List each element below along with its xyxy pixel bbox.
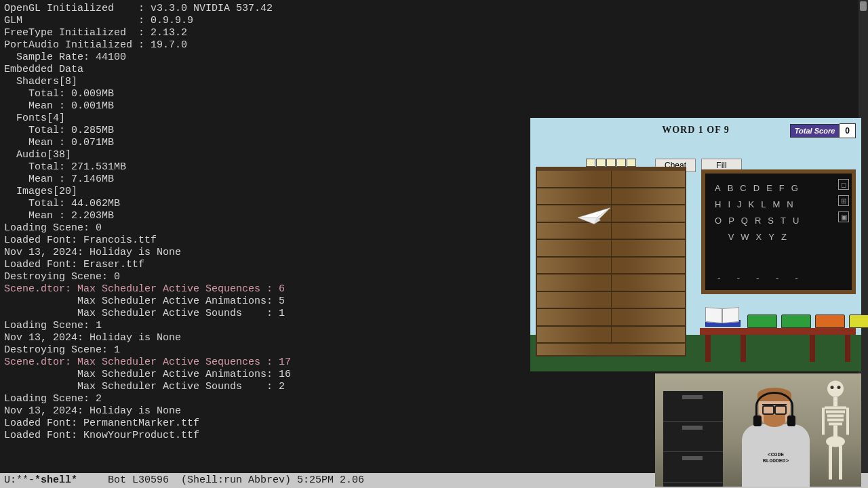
letter-n[interactable]: N — [787, 199, 800, 209]
terminal-line: OpenGL Initialized : v3.3.0 NVIDIA 537.4… — [4, 3, 864, 15]
chalkboard: ABCDEFGHIJKLMNOPQRSTU VWXYZ - - - - - ◻ … — [701, 169, 856, 294]
streamer-person: <CODE BLOODED> — [735, 385, 816, 487]
svg-rect-8 — [826, 411, 845, 413]
cabinet-shelf — [537, 274, 685, 292]
scrollbar-thumb[interactable] — [860, 1, 867, 11]
cabinet-shelf — [537, 240, 685, 258]
letter-t[interactable]: T — [781, 216, 793, 226]
svg-rect-7 — [825, 407, 846, 409]
chalkboard-tool-1-icon[interactable]: ◻ — [838, 179, 849, 190]
cabinet-shelf — [537, 205, 685, 223]
letter-c[interactable]: C — [740, 183, 753, 193]
filing-cabinet — [663, 391, 723, 487]
cabinet-shelf — [537, 258, 685, 275]
letter-k[interactable]: K — [749, 199, 762, 209]
letter-b[interactable]: B — [728, 183, 741, 193]
svg-point-4 — [831, 386, 834, 389]
skeleton-prop — [815, 378, 856, 487]
letter-boxes — [586, 159, 636, 167]
terminal-line: GLM : 0.9.9.9 — [4, 15, 864, 27]
cabinet-shelf — [537, 171, 685, 188]
desk — [700, 308, 856, 362]
letter-box — [616, 159, 626, 167]
letter-i[interactable]: I — [728, 199, 737, 209]
svg-rect-10 — [827, 419, 844, 422]
letter-e[interactable]: E — [766, 183, 779, 193]
mailbox-cabinet — [536, 167, 686, 357]
book-4[interactable] — [849, 314, 868, 328]
cabinet-shelf — [537, 327, 685, 344]
terminal-line: Shaders[8] — [4, 76, 864, 88]
total-score: Total Score 0 — [790, 124, 856, 138]
letter-j[interactable]: J — [737, 199, 749, 209]
cabinet-shelf — [537, 309, 685, 327]
terminal-line: FreeType Initialized : 2.13.2 — [4, 27, 864, 39]
terminal-line: Embedded Data — [4, 64, 864, 76]
letter-z[interactable]: Z — [781, 232, 793, 242]
word-blanks: - - - - - — [717, 272, 805, 283]
letter-o[interactable]: O — [715, 216, 728, 226]
letter-box — [627, 159, 636, 167]
letter-x[interactable]: X — [756, 232, 769, 242]
chalkboard-tool-3-icon[interactable]: ▣ — [838, 211, 849, 222]
svg-rect-11 — [829, 423, 842, 426]
alphabet-grid: ABCDEFGHIJKLMNOPQRSTU VWXYZ — [705, 174, 852, 252]
terminal-line: Sample Rate: 44100 — [4, 52, 864, 64]
webcam-feed: <CODE BLOODED> — [655, 373, 861, 487]
book-3[interactable] — [815, 314, 845, 328]
letter-h[interactable]: H — [715, 199, 728, 209]
cabinet-shelf — [537, 188, 685, 206]
open-book[interactable] — [705, 308, 739, 327]
letter-p[interactable]: P — [728, 216, 741, 226]
letter-box — [606, 159, 616, 167]
svg-rect-9 — [827, 415, 844, 418]
total-score-label: Total Score — [790, 124, 840, 138]
letter-a[interactable]: A — [715, 183, 728, 193]
shirt-text: <CODE BLOODED> — [754, 451, 797, 464]
letter-m[interactable]: M — [772, 199, 787, 209]
total-score-value: 0 — [840, 123, 856, 138]
svg-rect-13 — [822, 408, 825, 435]
letter-g[interactable]: G — [791, 183, 805, 193]
letter-w[interactable]: W — [741, 232, 755, 242]
letter-f[interactable]: F — [779, 183, 791, 193]
chalkboard-tool-2-icon[interactable]: ⊞ — [838, 195, 849, 206]
letter-d[interactable]: D — [753, 183, 766, 193]
letter-u[interactable]: U — [793, 216, 806, 226]
svg-point-3 — [827, 381, 844, 397]
svg-rect-17 — [839, 446, 842, 480]
letter-r[interactable]: R — [755, 216, 768, 226]
letter-box — [586, 159, 595, 167]
game-window: WORD 1 OF 9 Total Score 0 Cheat Fill ABC… — [530, 118, 861, 371]
cabinet-shelf — [537, 292, 685, 310]
svg-point-5 — [837, 386, 841, 389]
book-2[interactable] — [781, 314, 811, 328]
letter-l[interactable]: L — [761, 199, 772, 209]
letter-s[interactable]: S — [768, 216, 781, 226]
cabinet-shelf — [537, 223, 685, 241]
terminal-line: Total: 0.009MB — [4, 88, 864, 100]
letter-box — [596, 159, 606, 167]
svg-rect-14 — [846, 408, 849, 435]
terminal-line: Mean : 0.001MB — [4, 100, 864, 113]
svg-point-15 — [826, 436, 845, 447]
book-1[interactable] — [747, 314, 777, 328]
terminal-line: PortAudio Initialized : 19.7.0 — [4, 39, 864, 52]
svg-rect-16 — [829, 446, 832, 480]
letter-q[interactable]: Q — [741, 216, 755, 226]
letter-v[interactable]: V — [728, 232, 741, 242]
svg-rect-6 — [833, 397, 837, 407]
letter-y[interactable]: Y — [768, 232, 781, 242]
